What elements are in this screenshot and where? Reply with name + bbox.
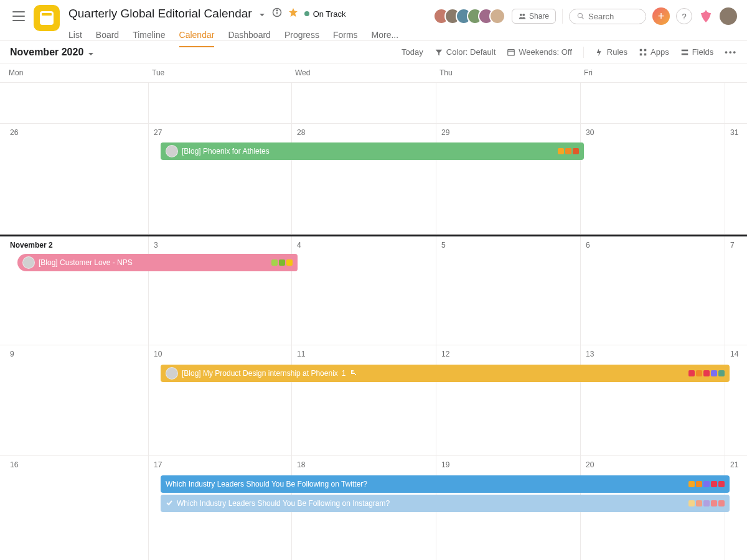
subtask-icon [350, 369, 357, 378]
search-icon [577, 12, 585, 21]
create-button[interactable]: + [652, 7, 670, 25]
svg-point-4 [522, 14, 525, 16]
calendar-cell[interactable]: 10 [148, 345, 291, 455]
assignee-avatar [166, 145, 178, 157]
calendar-cell[interactable] [291, 83, 436, 123]
date-number: 28 [297, 128, 305, 137]
date-number: 20 [586, 460, 594, 469]
calendar-cell[interactable]: 30 [580, 124, 725, 234]
event-title: [Blog] My Product Design internship at P… [182, 369, 338, 378]
tag-swatch [711, 500, 717, 506]
event-bar[interactable]: [Blog] Customer Love - NPS [17, 254, 298, 271]
event-title: [Blog] Customer Love - NPS [39, 258, 133, 267]
event-bar[interactable]: Which Industry Leaders Should You Be Fol… [161, 495, 730, 512]
calendar-cell[interactable]: 27 [148, 124, 291, 234]
grid-icon [639, 48, 647, 57]
calendar-cell[interactable]: 16 [5, 456, 148, 560]
day-header [725, 66, 741, 80]
status-chip[interactable]: On Track [304, 9, 346, 19]
calendar-cell[interactable]: November 2 [5, 236, 148, 345]
tag-swatch [696, 370, 702, 376]
calendar-cell[interactable] [148, 83, 291, 123]
calendar-cell[interactable]: 4 [291, 236, 436, 345]
menu-toggle[interactable] [12, 11, 25, 21]
month-label[interactable]: November 2020 [10, 47, 83, 58]
tag-swatch [696, 481, 702, 487]
tag-swatch [711, 481, 717, 487]
color-filter[interactable]: Color: Default [435, 47, 496, 57]
subtask-count: 1 [342, 369, 346, 378]
tag-swatch [271, 259, 278, 266]
help-button[interactable]: ? [676, 8, 692, 24]
calendar-cell[interactable]: 6 [580, 236, 725, 345]
project-menu-chevron-icon[interactable] [258, 10, 266, 17]
calendar-cell[interactable] [580, 83, 725, 123]
calendar-cell[interactable]: 7 [725, 236, 741, 345]
tag-swatch [718, 370, 725, 376]
rules-button[interactable]: Rules [595, 47, 627, 57]
month-chevron-icon[interactable] [87, 49, 95, 57]
tab-more[interactable]: More... [372, 26, 399, 47]
calendar-cell[interactable]: 26 [5, 124, 148, 234]
svg-rect-7 [640, 49, 642, 51]
calendar-cell[interactable]: 13 [580, 345, 725, 455]
weekends-toggle[interactable]: Weekends: Off [507, 47, 572, 57]
svg-rect-5 [508, 49, 515, 55]
calendar-cell[interactable]: 29 [436, 124, 580, 234]
today-button[interactable]: Today [402, 47, 423, 57]
tab-board[interactable]: Board [96, 26, 119, 47]
event-bar[interactable]: [Blog] My Product Design internship at P… [161, 365, 730, 382]
tab-list[interactable]: List [68, 26, 82, 47]
calendar-cell[interactable]: 3 [148, 236, 291, 345]
upgrade-icon[interactable] [698, 9, 713, 24]
date-number: 18 [297, 460, 305, 469]
people-icon [519, 12, 526, 20]
bolt-icon [595, 48, 604, 57]
event-bar[interactable]: Which Industry Leaders Should You Be Fol… [161, 475, 730, 493]
more-menu[interactable]: ••• [725, 47, 737, 57]
day-header: Mon [5, 66, 148, 80]
tab-dashboard[interactable]: Dashboard [228, 26, 271, 47]
calendar-cell[interactable] [5, 83, 148, 123]
tab-progress[interactable]: Progress [284, 26, 319, 47]
day-header: Tue [148, 66, 291, 80]
search-box[interactable] [569, 9, 646, 24]
tag-swatch [703, 500, 710, 506]
calendar-cell[interactable]: 14 [725, 345, 741, 455]
tag-swatch [688, 370, 695, 376]
tag-swatch [703, 481, 710, 487]
search-input[interactable] [588, 12, 638, 21]
filter-icon [435, 48, 443, 57]
calendar-cell[interactable]: 28 [291, 124, 436, 234]
tab-calendar[interactable]: Calendar [179, 26, 215, 47]
calendar-cell[interactable] [725, 83, 741, 123]
tab-forms[interactable]: Forms [333, 26, 358, 47]
check-icon [166, 499, 173, 508]
tag-swatch [711, 370, 717, 376]
project-title[interactable]: Quarterly Global Editorial Calendar [68, 7, 252, 21]
favorite-star-icon[interactable] [288, 7, 298, 20]
calendar-cell[interactable]: 12 [436, 345, 580, 455]
date-number: 29 [441, 128, 449, 137]
info-icon[interactable] [272, 7, 282, 20]
date-number: 31 [730, 128, 738, 137]
tag-swatch [718, 500, 725, 506]
member-avatars[interactable] [433, 8, 505, 24]
share-button[interactable]: Share [512, 9, 556, 24]
svg-rect-10 [644, 53, 647, 55]
tag-swatch [688, 500, 695, 506]
date-number: 12 [441, 350, 449, 358]
calendar-cell[interactable]: 5 [436, 236, 580, 345]
my-avatar[interactable] [720, 7, 737, 25]
calendar-cell[interactable]: 31 [725, 124, 741, 234]
svg-point-2 [276, 10, 278, 11]
calendar-cell[interactable]: 9 [5, 345, 148, 455]
calendar-cell[interactable]: 11 [291, 345, 436, 455]
fields-button[interactable]: Fields [680, 47, 714, 57]
event-bar[interactable]: [Blog] Phoenix for Athletes [161, 142, 584, 160]
tab-timeline[interactable]: Timeline [133, 26, 165, 47]
tag-swatch [565, 148, 571, 154]
calendar-cell[interactable] [436, 83, 580, 123]
apps-button[interactable]: Apps [639, 47, 669, 57]
project-icon[interactable] [34, 5, 60, 31]
